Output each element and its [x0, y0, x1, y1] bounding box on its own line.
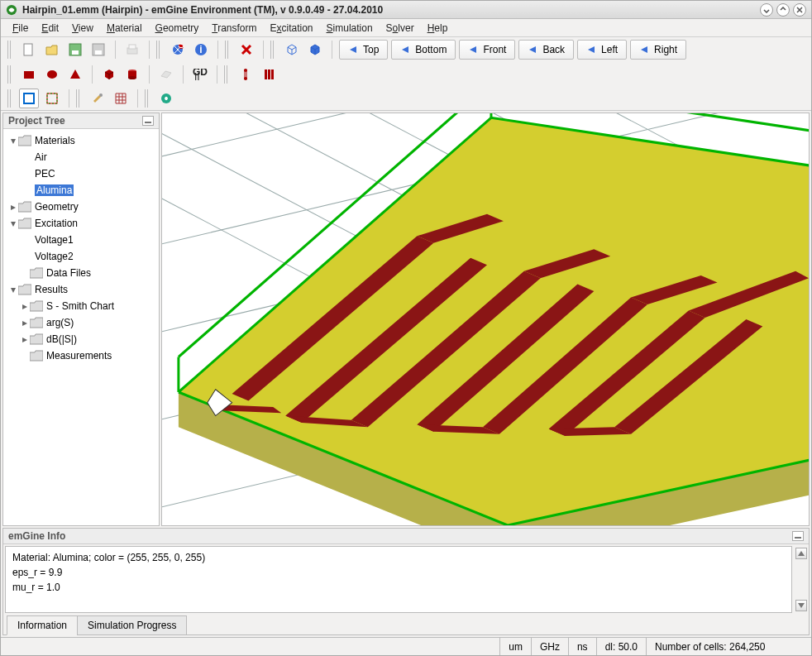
minimize-button[interactable]	[760, 3, 773, 17]
svg-rect-27	[47, 93, 57, 103]
status-dl: dl: 50.0	[596, 638, 646, 655]
open-button[interactable]	[42, 40, 62, 60]
viewport-3d[interactable]	[161, 113, 810, 526]
info-line-2: eps_r = 9.9	[12, 565, 785, 580]
svg-rect-24	[268, 69, 270, 79]
view-top-button[interactable]: Top	[339, 40, 388, 60]
view-back-label: Back	[542, 44, 565, 55]
toolbar-handle[interactable]	[7, 65, 12, 84]
menu-excitation[interactable]: Excitation	[265, 21, 318, 36]
status-units-length: um	[499, 638, 531, 655]
tree-node-results[interactable]: ▾Results	[5, 281, 157, 298]
toolbar-row-2: GDSII	[1, 62, 811, 87]
svg-rect-31	[145, 122, 151, 123]
print-button[interactable]	[122, 40, 142, 60]
menu-solver[interactable]: Solver	[381, 21, 419, 36]
menu-transform[interactable]: Transform	[207, 21, 261, 36]
toolbar-handle[interactable]	[7, 41, 12, 59]
view-top-label: Top	[363, 44, 379, 55]
view-left-button[interactable]: Left	[577, 40, 627, 60]
project-tree-panel: Project Tree ▾Materials Air PEC Alumina …	[2, 113, 160, 526]
info-button[interactable]: i	[191, 40, 211, 60]
menu-simulation[interactable]: Simulation	[322, 21, 378, 36]
shape-cube3d-button[interactable]	[99, 65, 119, 84]
toolbar-handle[interactable]	[7, 89, 12, 108]
scroll-up-button[interactable]	[795, 548, 807, 559]
view-left-label: Left	[601, 44, 618, 55]
toolbar-handle[interactable]	[156, 41, 161, 59]
solid-button[interactable]	[305, 40, 325, 60]
menu-geometry[interactable]: Geometry	[150, 21, 204, 36]
svg-point-29	[99, 93, 103, 97]
tree-node-datafiles[interactable]: Data Files	[5, 265, 157, 281]
tree-node-geometry[interactable]: ▸Geometry	[5, 199, 157, 215]
toolbar-handle[interactable]	[225, 41, 230, 59]
saveas-button[interactable]	[88, 40, 108, 60]
svg-point-22	[244, 77, 247, 80]
delete-button[interactable]	[236, 40, 256, 60]
panel-minimize-button[interactable]	[792, 531, 804, 541]
scroll-down-button[interactable]	[795, 600, 807, 611]
info-tabs: Information Simulation Progress	[3, 615, 809, 634]
mesh-button[interactable]	[111, 89, 131, 108]
tree-node-smith[interactable]: ▸S - Smith Chart	[5, 298, 157, 314]
svg-rect-65	[795, 537, 801, 539]
menu-view[interactable]: View	[67, 21, 98, 36]
maximize-button[interactable]	[776, 3, 790, 17]
close-button[interactable]	[793, 3, 806, 17]
titlebar: Hairpin_01.emm (Hairpin) - emGine Enviro…	[1, 1, 811, 19]
shape-box-button[interactable]	[19, 65, 39, 84]
status-units-freq: GHz	[531, 638, 568, 655]
toolbar-handle[interactable]	[224, 65, 229, 84]
shape-cylinder3d-button[interactable]	[122, 65, 142, 84]
save-button[interactable]	[65, 40, 85, 60]
new-button[interactable]	[19, 40, 39, 60]
waveguide-button[interactable]	[259, 65, 279, 84]
panel-minimize-button[interactable]	[142, 116, 154, 126]
tree-node-air[interactable]: Air	[5, 149, 157, 165]
shape-cylinder-button[interactable]	[42, 65, 62, 84]
svg-rect-28	[47, 93, 57, 103]
globe-button[interactable]: S	[168, 40, 188, 60]
bbox-multi-button[interactable]	[42, 89, 62, 108]
view-front-button[interactable]: Front	[459, 40, 515, 60]
view-right-button[interactable]: Right	[630, 40, 686, 60]
tree-node-voltage2[interactable]: Voltage2	[5, 248, 157, 265]
view-back-button[interactable]: Back	[518, 40, 574, 60]
tree-node-excitation[interactable]: ▾Excitation	[5, 215, 157, 232]
project-tree[interactable]: ▾Materials Air PEC Alumina ▸Geometry ▾Ex…	[3, 129, 159, 525]
tree-node-measurements[interactable]: Measurements	[5, 347, 157, 364]
menu-help[interactable]: Help	[423, 21, 453, 36]
toolbar-handle[interactable]	[76, 89, 81, 108]
tree-node-voltage1[interactable]: Voltage1	[5, 232, 157, 248]
settings-button[interactable]	[88, 89, 107, 108]
tree-node-alumina[interactable]: Alumina	[5, 182, 157, 199]
svg-rect-1	[24, 44, 32, 55]
svg-text:i: i	[199, 44, 202, 55]
port-button[interactable]	[236, 65, 256, 84]
svg-rect-26	[24, 93, 34, 103]
toolbar-handle[interactable]	[145, 89, 150, 108]
tab-simulation-progress[interactable]: Simulation Progress	[77, 615, 187, 635]
tree-node-dbs[interactable]: ▸dB(|S|)	[5, 331, 157, 347]
shape-sheet-button[interactable]	[156, 65, 176, 84]
tab-information[interactable]: Information	[7, 615, 78, 635]
menu-edit[interactable]: Edit	[36, 21, 64, 36]
run-button[interactable]	[156, 89, 176, 108]
menubar: FFileile Edit View Material Geometry Tra…	[1, 19, 811, 37]
tree-node-pec[interactable]: PEC	[5, 165, 157, 182]
view-bottom-button[interactable]: Bottom	[391, 40, 456, 60]
wireframe-button[interactable]	[282, 40, 302, 60]
svg-rect-13	[24, 71, 34, 79]
status-units-time: ns	[568, 638, 596, 655]
app-icon	[6, 4, 17, 16]
tree-node-materials[interactable]: ▾Materials	[5, 132, 157, 149]
menu-material[interactable]: Material	[102, 21, 147, 36]
shape-cone-button[interactable]	[65, 65, 85, 84]
svg-text:II: II	[194, 71, 200, 80]
toolbar-handle[interactable]	[270, 41, 275, 59]
bbox-blue-button[interactable]	[19, 89, 39, 108]
gds-button[interactable]: GDSII	[190, 65, 210, 84]
tree-node-args[interactable]: ▸arg(S)	[5, 314, 157, 331]
menu-file[interactable]: FFileile	[7, 21, 33, 36]
